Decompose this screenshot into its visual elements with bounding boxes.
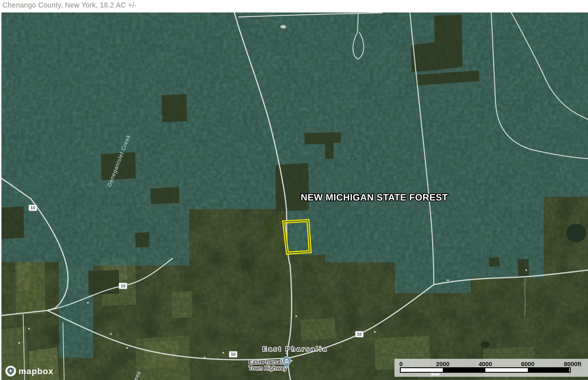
page-title: Chenango County, New York, 18.2 AC +/- bbox=[2, 1, 137, 9]
scale-tick-end: 8000ft bbox=[564, 361, 581, 367]
map-canvas[interactable]: 10 10 10 10 10 Genegantslet Creek eek NE… bbox=[1, 13, 588, 380]
route-10-shield: 10 bbox=[119, 283, 127, 289]
scale-tick-4000: 4000 bbox=[478, 361, 492, 367]
scale-tick-6000: 6000 bbox=[521, 361, 534, 367]
poi-marker: East Pharsalia Town Highway bbox=[249, 357, 291, 371]
scale-tick-0: 0 bbox=[399, 361, 403, 367]
route-10-shield: 10 bbox=[355, 331, 363, 337]
svg-text:10: 10 bbox=[31, 205, 35, 210]
satellite-map: 10 10 10 10 10 Genegantslet Creek eek NE… bbox=[1, 13, 588, 380]
svg-text:10: 10 bbox=[121, 283, 126, 288]
mapbox-logo[interactable]: mapbox bbox=[5, 366, 54, 377]
svg-text:10: 10 bbox=[357, 332, 362, 337]
poi-label-line1: East Pharsalia bbox=[249, 359, 287, 365]
scale-tick-2000: 2000 bbox=[436, 361, 450, 367]
terrain-texture bbox=[1, 13, 588, 380]
route-10-shield: 10 bbox=[29, 205, 37, 211]
state-forest-label: NEW MICHIGAN STATE FOREST bbox=[301, 192, 448, 203]
poi-label-line2: Town Highway bbox=[249, 365, 287, 371]
scale-bar: 0 2000 4000 6000 8000ft bbox=[395, 359, 588, 377]
town-label: East Pharsalia bbox=[263, 345, 328, 352]
svg-text:10: 10 bbox=[231, 352, 236, 357]
route-10-shield: 10 bbox=[229, 351, 237, 357]
mapbox-wordmark: mapbox bbox=[19, 366, 54, 376]
